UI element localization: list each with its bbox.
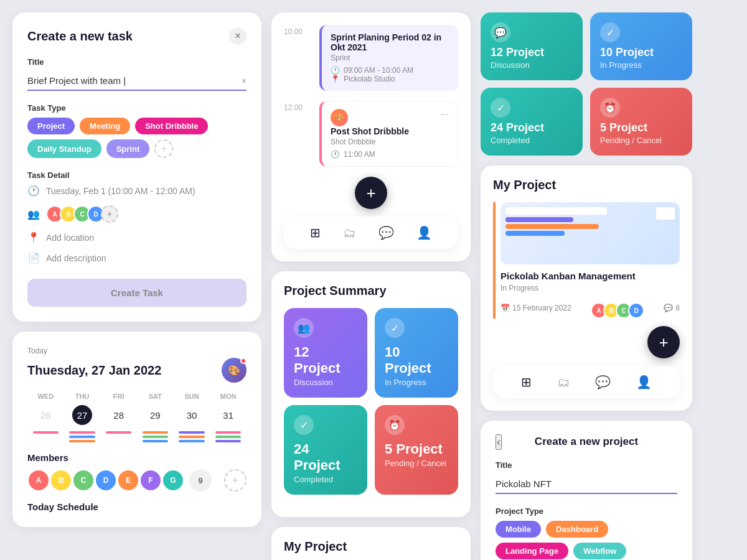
bar-fri: [100, 431, 137, 442]
bar-sun-2: [179, 436, 204, 438]
user-avatar[interactable]: 🎨: [222, 358, 247, 383]
create-project-title: Create a new project: [535, 436, 638, 448]
description-row[interactable]: 📄 Add description: [27, 252, 247, 264]
member-2: B: [50, 469, 72, 492]
discussion-number: 12 Project: [294, 344, 357, 376]
project-item-col3[interactable]: Pickolab Kanban Management In Progress 📅…: [493, 202, 680, 319]
members-section: Members A B C D E F G 9 +: [27, 452, 247, 492]
mini-progress-label: In Progress: [600, 60, 641, 70]
fab-container-col3: +: [493, 326, 680, 358]
member-4: D: [95, 469, 117, 492]
fab-container: +: [284, 177, 458, 209]
cal-date-28[interactable]: 28: [100, 408, 137, 423]
nav-user-icon-col3[interactable]: 👤: [636, 375, 652, 390]
avatar-group: A B C D +: [46, 205, 118, 223]
back-button[interactable]: ‹: [496, 434, 502, 450]
summary-completed[interactable]: ✓ 24 Project Completed: [284, 405, 367, 495]
project-member-avatars-col3: A B C D: [591, 302, 644, 319]
mini-card-discussion[interactable]: 💬 12 Project Discussion: [481, 12, 583, 80]
bar-sat-1: [143, 431, 168, 434]
location-placeholder[interactable]: Add location: [46, 233, 94, 243]
nav-user-icon[interactable]: 👤: [416, 225, 432, 240]
description-placeholder[interactable]: Add description: [46, 253, 106, 263]
completed-number: 24 Project: [294, 441, 357, 474]
mini-card-progress[interactable]: ✓ 10 Project In Progress: [590, 12, 692, 80]
date-value: Tuesday, Feb 1 (10:00 AM - 12:00 AM): [46, 186, 195, 196]
summary-discussion[interactable]: 👥 12 Project Discussion: [284, 308, 367, 398]
nav-grid-icon-col3[interactable]: ⊞: [521, 375, 532, 390]
team-icon: 👥: [27, 208, 40, 220]
bar-mon-2: [215, 436, 241, 438]
cal-date-30[interactable]: 30: [174, 408, 210, 423]
bar-mon-1: [215, 431, 241, 434]
tag-project[interactable]: Project: [27, 118, 75, 134]
cal-date-29[interactable]: 29: [137, 408, 174, 423]
close-button[interactable]: ×: [229, 27, 247, 45]
description-icon: 📄: [27, 252, 40, 264]
event-sprint-loc-text: Pickolab Studio: [344, 75, 395, 83]
add-member-avatar[interactable]: +: [101, 205, 118, 223]
summary-in-progress[interactable]: ✓ 10 Project In Progress: [375, 308, 458, 398]
bar-wed-1: [33, 431, 59, 434]
mini-progress-number: 10 Project: [600, 46, 682, 59]
pending-number: 5 Project: [385, 441, 448, 457]
bar-thu-3: [69, 440, 95, 442]
day-wed: WED: [27, 393, 64, 400]
cal-date-27[interactable]: 27: [72, 405, 92, 425]
project-comment-col3: 💬 8: [664, 304, 680, 312]
event-shot-timerange: 11:00 AM: [344, 150, 375, 159]
discussion-label: Discussion: [294, 378, 333, 387]
comment-icon-col3: 💬: [664, 304, 673, 312]
tag-dashboard[interactable]: Dashboard: [546, 521, 608, 538]
mini-card-pending[interactable]: ⏰ 5 Project Pending / Cancel: [590, 88, 692, 156]
event-sprint-title: Sprint Planing Period 02 in Okt 2021: [331, 32, 449, 52]
tag-meeting[interactable]: Meeting: [80, 118, 130, 134]
summary-pending[interactable]: ⏰ 5 Project Pending / Cancel: [375, 405, 458, 495]
day-thu: THU: [64, 393, 101, 400]
tag-webflow[interactable]: Webflow: [573, 543, 626, 559]
tag-mobile[interactable]: Mobile: [496, 521, 541, 538]
add-event-fab[interactable]: +: [355, 177, 387, 209]
my-project-col2: My Project Pickolab Kanban Management In…: [271, 527, 471, 560]
mini-pending-label: Pending / Cancel: [600, 136, 662, 145]
event-shot[interactable]: 🎨 ··· Post Shot Dribbble Shot Dribbble 🕐…: [319, 101, 458, 167]
event-more-button[interactable]: ···: [441, 109, 449, 120]
progress-icon: ✓: [385, 318, 405, 338]
event-sprint[interactable]: Sprint Planing Period 02 in Okt 2021 Spr…: [319, 25, 458, 91]
member-1: A: [27, 469, 50, 492]
tag-shot-dribbble[interactable]: Shot Dribbble: [135, 118, 208, 134]
mini-pending-icon: ⏰: [600, 98, 620, 118]
day-sun: SUN: [174, 393, 210, 400]
current-date: Thuesday, 27 Jan 2022 🎨: [27, 358, 247, 383]
summary-grid: 👥 12 Project Discussion ✓ 10 Project In …: [284, 308, 458, 495]
bar-mon-3: [215, 440, 241, 442]
nav-chat-icon[interactable]: 💬: [378, 225, 394, 240]
mini-card-completed[interactable]: ✓ 24 Project Completed: [481, 88, 583, 156]
location-row[interactable]: 📍 Add location: [27, 231, 247, 243]
cal-date-26[interactable]: 26: [27, 408, 64, 423]
event-shot-time: 🕐 11:00 AM: [331, 150, 449, 159]
add-project-fab[interactable]: +: [647, 326, 680, 358]
nav-folder-icon-col3[interactable]: 🗂: [557, 375, 570, 390]
title-input-value[interactable]: Brief Project with team |: [27, 75, 126, 86]
bar-mon: [210, 431, 247, 442]
tag-daily-standup[interactable]: Daily Standup: [27, 139, 101, 158]
create-task-button[interactable]: Create Task: [27, 279, 247, 307]
add-tag-button[interactable]: +: [154, 139, 173, 158]
add-member-button[interactable]: +: [224, 469, 247, 492]
clear-input-button[interactable]: ×: [242, 76, 247, 86]
title-input-row: Brief Project with team | ×: [27, 72, 247, 91]
mini-discussion-label: Discussion: [491, 60, 530, 70]
event-shot-header: 🎨 ···: [331, 109, 449, 126]
project-title-value[interactable]: Pickolab NFT: [496, 478, 552, 489]
project-status-col3: In Progress: [500, 284, 680, 292]
nav-folder-icon[interactable]: 🗂: [343, 226, 355, 240]
tag-landing-page[interactable]: Landing Page: [496, 543, 568, 559]
tag-sprint[interactable]: Sprint: [106, 139, 150, 158]
bar-sat-2: [143, 436, 168, 438]
nav-grid-icon[interactable]: ⊞: [310, 225, 321, 240]
project-name-col3: Pickolab Kanban Management: [500, 271, 680, 281]
event-sprint-time: 🕐 09:00 AM - 10:00 AM: [331, 66, 449, 75]
nav-chat-icon-col3[interactable]: 💬: [595, 375, 611, 390]
cal-date-31[interactable]: 31: [210, 408, 247, 423]
